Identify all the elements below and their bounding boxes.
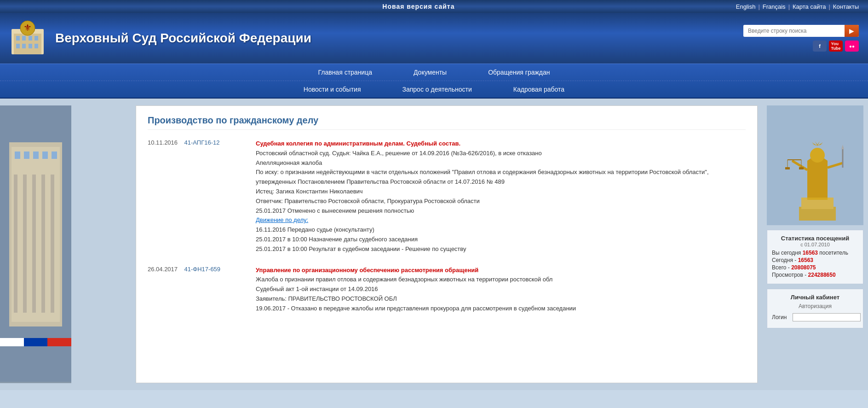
case-line3-2: Заявитель: ПРАВИТЕЛЬСТВО РОСТОВСКОЙ ОБЛ: [256, 294, 746, 304]
flickr-icon[interactable]: ●●: [845, 41, 859, 52]
stats-box: Статистика посещений с 01.07.2010 Вы сег…: [767, 230, 863, 284]
search-input[interactable]: [743, 25, 845, 36]
nav-row-2: Новости и события Запрос о деятельности …: [0, 81, 868, 98]
search-button[interactable]: ▶: [845, 25, 859, 37]
svg-rect-35: [799, 167, 804, 169]
case-date-1: 10.11.2016: [148, 139, 178, 146]
right-sidebar: Статистика посещений с 01.07.2010 Вы сег…: [762, 105, 868, 383]
svg-rect-6: [16, 44, 20, 48]
case-line4-1: Истец: Загика Константин Николаевич: [256, 187, 746, 197]
case-line1-1: Ростовский областной суд. Судья: Чайка Е…: [256, 149, 746, 158]
justice-statue-area: [767, 105, 863, 225]
youtube-icon[interactable]: YouTube: [829, 41, 843, 52]
nav-news[interactable]: Новости и события: [301, 85, 363, 94]
case-number-2: 41-ФН17-659: [184, 266, 221, 273]
case-entry-2: 26.04.2017 41-ФН17-659 Управление по орг…: [148, 266, 746, 314]
case-details-2: Управление по организационному обеспечен…: [256, 266, 746, 314]
case-title-link-1[interactable]: Судебная коллегия по административным де…: [256, 140, 460, 147]
nav-home[interactable]: Главная страница: [316, 68, 374, 77]
logo: ⚜: [9, 20, 46, 57]
stats-row-1: Сегодня - 16563: [772, 257, 858, 263]
link-francais[interactable]: Français: [763, 3, 786, 10]
nav-row-1: Главная страница Документы Обращения гра…: [0, 64, 868, 81]
svg-point-39: [810, 148, 825, 163]
cabinet-box: Личный кабинет Авторизация Логин: [767, 289, 863, 328]
top-bar: Новая версия сайта English | Français | …: [0, 0, 868, 13]
login-label: Логин: [772, 314, 790, 321]
social-icons: f YouTube ●●: [813, 41, 859, 52]
nav-bar: Главная страница Документы Обращения гра…: [0, 64, 868, 99]
svg-rect-20: [15, 152, 20, 159]
case-line4-2: 19.06.2017 - Отказано в передаче жалобы …: [256, 304, 746, 314]
facebook-icon[interactable]: f: [813, 41, 827, 52]
header-right: ▶ f YouTube ●●: [743, 25, 859, 52]
case-details-1: Судебная коллегия по административным де…: [256, 139, 746, 254]
stats-row-2: Всего - 20808075: [772, 264, 858, 271]
stats-row-3: Просмотров - 224288650: [772, 272, 858, 278]
case-date-2: 26.04.2017: [148, 266, 178, 273]
case-title-link-2[interactable]: Управление по организационному обеспечен…: [256, 267, 478, 274]
nav-hr[interactable]: Кадровая работа: [511, 85, 567, 94]
svg-rect-7: [22, 44, 26, 48]
svg-rect-18: [41, 175, 45, 313]
link-english[interactable]: English: [736, 3, 756, 10]
search-box: ▶: [743, 25, 859, 37]
case-movement3-1: 25.01.2017 в 10:00 Результат в судебном …: [256, 245, 746, 254]
case-line3-1: По иску: о признании недействующими в ча…: [256, 168, 746, 187]
svg-rect-5: [34, 36, 38, 41]
svg-rect-23: [42, 152, 48, 159]
svg-rect-9: [34, 44, 38, 48]
stats-subtitle: с 01.07.2010: [772, 242, 858, 247]
svg-rect-8: [29, 44, 32, 48]
link-contacts[interactable]: Контакты: [833, 3, 859, 10]
case-entry-1: 10.11.2016 41-АПГ16-12 Судебная коллегия…: [148, 139, 746, 254]
nav-documents[interactable]: Документы: [411, 68, 449, 77]
case-line5-1: Ответчик: Правительство Ростовской облас…: [256, 197, 746, 206]
top-bar-center: Новая версия сайта: [382, 3, 454, 10]
case-movement2-1: 25.01.2017 в 10:00 Назначение даты судеб…: [256, 235, 746, 245]
cabinet-sub: Авторизация: [772, 303, 858, 309]
cabinet-title: Личный кабинет: [772, 294, 858, 301]
case-line6-1: 25.01.2017 Отменено с вынесением решения…: [256, 206, 746, 216]
svg-rect-3: [22, 36, 26, 41]
svg-rect-15: [14, 175, 17, 313]
svg-rect-19: [51, 175, 54, 313]
stats-today-visitor: Вы сегодня 16563 посетитель: [772, 250, 858, 256]
svg-rect-16: [23, 175, 27, 313]
login-input[interactable]: [793, 313, 861, 321]
left-decoration: [0, 105, 71, 383]
svg-rect-17: [32, 175, 36, 313]
svg-rect-34: [785, 167, 790, 169]
svg-rect-24: [52, 152, 57, 159]
top-bar-links: English | Français | Карта сайта | Конта…: [736, 3, 859, 10]
case-line1-2: Жалоба о признании правил отлова и содер…: [256, 275, 746, 285]
svg-rect-2: [16, 36, 20, 41]
nav-citizens[interactable]: Обращения граждан: [486, 68, 552, 77]
site-title: Верховный Суд Российской Федерации: [55, 31, 743, 46]
page-title: Производство по гражданскому делу: [148, 115, 746, 130]
main-content: Производство по гражданскому делу 10.11.…: [136, 105, 758, 383]
svg-text:⚜: ⚜: [23, 23, 32, 33]
svg-rect-21: [24, 152, 29, 159]
case-line2-1: Апелляционная жалоба: [256, 158, 746, 168]
case-line2-2: Судебный акт 1-ой инстанции от 14.09.201…: [256, 285, 746, 294]
header: ⚜ Верховный Суд Российской Федерации ▶ f…: [0, 13, 868, 64]
login-row: Логин: [772, 313, 858, 321]
svg-rect-4: [29, 36, 32, 41]
case-number-1: 41-АПГ16-12: [184, 139, 220, 146]
case-movement1-1: 16.11.2016 Передано судье (консультанту): [256, 225, 746, 235]
nav-inquiry[interactable]: Запрос о деятельности: [400, 85, 474, 94]
svg-rect-22: [33, 152, 39, 159]
stats-title: Статистика посещений: [772, 235, 858, 242]
case-movement-label-1[interactable]: Движение по делу:: [256, 216, 308, 223]
case-meta-2: 26.04.2017 41-ФН17-659: [148, 266, 249, 314]
link-sitemap[interactable]: Карта сайта: [793, 3, 826, 10]
case-meta-1: 10.11.2016 41-АПГ16-12: [148, 139, 249, 254]
